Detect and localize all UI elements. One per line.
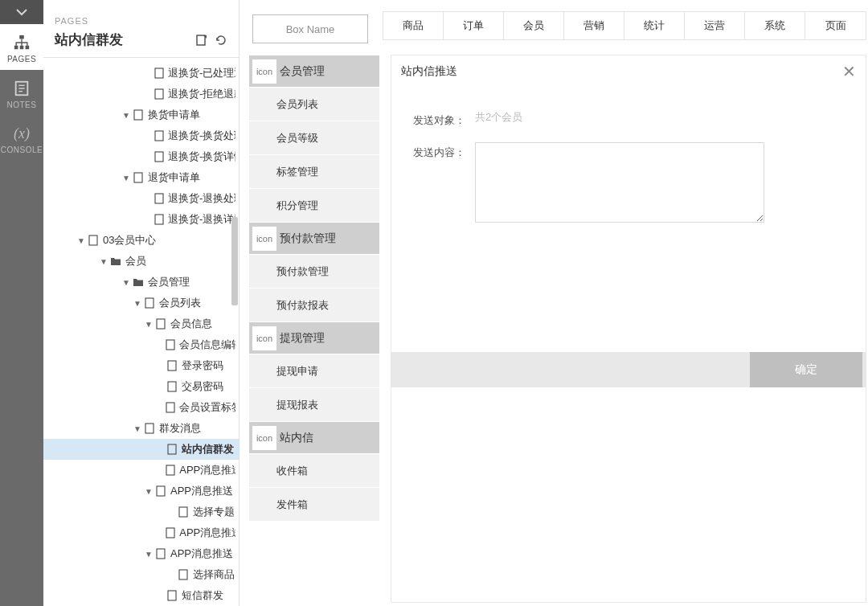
menu-group-title: 提现管理 (280, 331, 325, 346)
topnav-tab[interactable]: 会员 (504, 12, 564, 39)
page-icon (154, 88, 165, 100)
tree-item-label: 会员列表 (159, 296, 201, 310)
svg-rect-26 (166, 465, 174, 475)
pages-scrollbar[interactable] (231, 56, 239, 606)
page-title: 站内信群发 (55, 31, 123, 49)
page-icon (165, 465, 176, 476)
tree-item[interactable]: 退换货-退换处理 (43, 188, 239, 209)
tree-item[interactable]: 退换货-退换详情 (43, 209, 239, 230)
export-icon[interactable] (195, 34, 208, 47)
refresh-icon[interactable] (215, 34, 227, 47)
tree-item-label: APP消息推送 (179, 463, 235, 477)
sidemenu-sub-item[interactable]: 预付款管理 (249, 254, 379, 288)
tree-item[interactable]: ▼群发消息 (43, 418, 239, 439)
tree-item[interactable]: 会员信息编辑 (43, 334, 239, 355)
tree-item[interactable]: 站内信群发 (43, 439, 239, 460)
tree-item[interactable]: ▼换货申请单 (43, 104, 239, 125)
tree-item-label: 退换货-换货详情 (168, 149, 235, 164)
caret-icon: ▼ (100, 257, 108, 266)
svg-rect-32 (168, 591, 176, 600)
topnav-tab[interactable]: 营销 (564, 12, 624, 39)
tree-item[interactable]: ▼03会员中心 (43, 230, 239, 251)
sidemenu-group-header[interactable]: icon预付款管理 (249, 222, 379, 254)
tree-item[interactable]: 退换货-拒绝退款 (43, 84, 239, 104)
tree-item-label: 退换货-退换处理 (168, 191, 235, 206)
tree-item-label: 会员信息编辑 (179, 338, 235, 352)
tree-item-label: 退换货-退换详情 (168, 212, 235, 227)
tree-item[interactable]: ▼会员信息 (43, 313, 239, 334)
tree-item[interactable]: ▼APP消息推送 (43, 543, 239, 564)
tree-item[interactable]: 选择专题 (43, 502, 239, 522)
tree-item-label: 会员管理 (148, 275, 190, 289)
svg-rect-27 (157, 486, 165, 496)
topnav-tab[interactable]: 页面 (805, 12, 866, 39)
rail-item-pages[interactable]: PAGES (0, 24, 43, 70)
tree-item[interactable]: 选择商品 (43, 564, 239, 585)
caret-icon: ▼ (133, 424, 141, 433)
tree-item-label: 交易密码 (182, 379, 223, 394)
folder-icon (109, 256, 122, 266)
tree-item[interactable]: ▼会员管理 (43, 272, 239, 293)
rail-item-label: CONSOLE (1, 145, 43, 154)
ok-button[interactable]: 确定 (750, 352, 862, 387)
sidemenu-sub-item[interactable]: 提现申请 (249, 354, 379, 387)
sidemenu-group-header[interactable]: icon会员管理 (249, 55, 379, 87)
page-icon (132, 172, 145, 183)
target-placeholder: 共2个会员 (475, 108, 522, 123)
tree-item[interactable]: 退换货-换货处理 (43, 125, 239, 146)
rail-collapse-button[interactable] (0, 0, 43, 24)
tree-item[interactable]: ▼会员列表 (43, 293, 239, 313)
svg-rect-31 (179, 570, 187, 579)
menu-group-icon: icon (252, 59, 276, 84)
pages-caption: PAGES (55, 16, 227, 26)
sidemenu-sub-item[interactable]: 会员等级 (249, 121, 379, 154)
close-icon[interactable]: ✕ (842, 62, 856, 81)
sidemenu-sub-item[interactable]: 发件箱 (249, 487, 379, 521)
tree-item[interactable]: ▼退货申请单 (43, 167, 239, 188)
tree-item[interactable]: ▼APP消息推送 (43, 481, 239, 502)
rail-item-console[interactable]: (x) CONSOLE (0, 116, 43, 161)
svg-rect-25 (168, 444, 176, 454)
tree-item-label: 03会员中心 (103, 233, 156, 248)
sidemenu-sub-item[interactable]: 标签管理 (249, 154, 379, 188)
svg-rect-24 (145, 424, 154, 433)
rail-item-notes[interactable]: NOTES (0, 70, 43, 116)
tree-item-label: 站内信群发 (182, 442, 234, 457)
tree-item-label: 短信群发 (182, 588, 223, 603)
caret-icon: ▼ (77, 236, 85, 245)
sidemenu-sub-item[interactable]: 积分管理 (249, 188, 379, 222)
sidemenu-sub-item[interactable]: 收件箱 (249, 453, 379, 487)
sidemenu-sub-item[interactable]: 会员列表 (249, 87, 379, 121)
caret-icon: ▼ (133, 299, 141, 308)
svg-rect-3 (26, 46, 30, 50)
svg-rect-17 (89, 235, 97, 245)
topnav-tab[interactable]: 系统 (745, 12, 805, 39)
tree-item-label: APP消息推送 (179, 526, 235, 540)
tree-item[interactable]: 退换货-换货详情 (43, 146, 239, 167)
content-textarea[interactable] (475, 142, 764, 223)
tree-item[interactable]: 退换货-已处理退 (43, 63, 239, 84)
tree-item[interactable]: 短信群发 (43, 585, 239, 606)
topnav-tab[interactable]: 订单 (444, 12, 504, 39)
topnav-tab[interactable]: 运营 (685, 12, 745, 39)
tree-item[interactable]: 交易密码 (43, 376, 239, 397)
tree-item[interactable]: APP消息推送 (43, 460, 239, 481)
topnav-tab[interactable]: 统计 (624, 12, 685, 39)
tree-item[interactable]: APP消息推送 (43, 522, 239, 543)
topnav-tab[interactable]: 商品 (383, 12, 444, 39)
tree-item[interactable]: ▼会员 (43, 251, 239, 272)
menu-group-title: 站内信 (280, 431, 313, 445)
tree-item[interactable]: 登录密码 (43, 355, 239, 376)
svg-rect-9 (155, 68, 163, 78)
box-name-placeholder[interactable]: Box Name (252, 14, 368, 43)
tree-item-label: 退换货-换货处理 (168, 129, 235, 143)
tree-item[interactable]: 会员设置标签 (43, 397, 239, 418)
page-icon (143, 423, 156, 434)
svg-rect-29 (166, 528, 174, 538)
sidemenu-sub-item[interactable]: 提现报表 (249, 387, 379, 421)
sidemenu-group-header[interactable]: icon站内信 (249, 421, 379, 453)
sidemenu-group-header[interactable]: icon提现管理 (249, 321, 379, 354)
rail-item-label: NOTES (7, 100, 37, 109)
tree-item-label: 会员信息 (170, 317, 212, 331)
sidemenu-sub-item[interactable]: 预付款报表 (249, 288, 379, 321)
